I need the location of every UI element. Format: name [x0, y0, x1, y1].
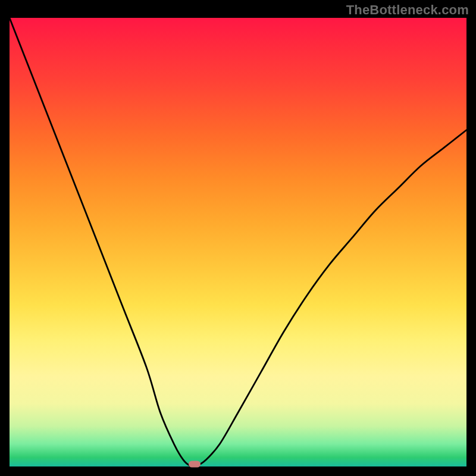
plot-area — [10, 18, 466, 466]
optimal-point-marker — [189, 461, 201, 468]
bottleneck-curve — [10, 18, 466, 466]
watermark-text: TheBottleneck.com — [346, 2, 469, 18]
chart-frame: TheBottleneck.com — [0, 0, 476, 476]
